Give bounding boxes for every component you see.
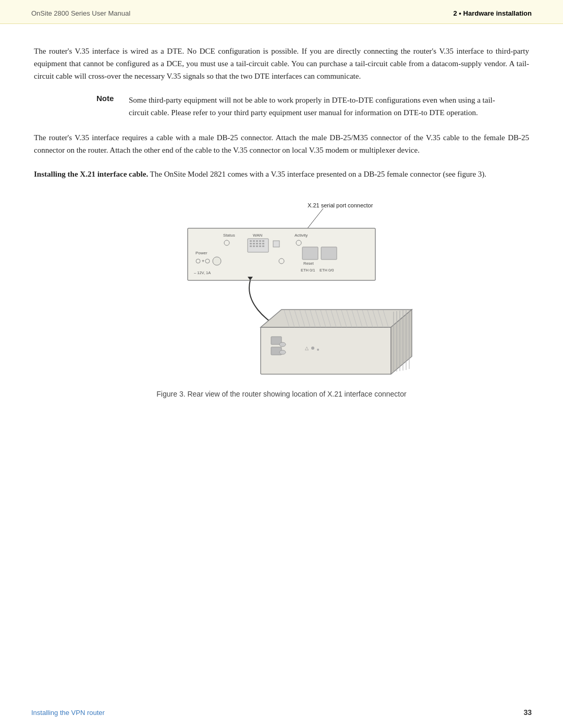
note-label: Note bbox=[96, 94, 123, 103]
svg-rect-9 bbox=[256, 240, 258, 242]
svg-text:Power: Power bbox=[195, 251, 207, 255]
footer-page-number: 33 bbox=[523, 708, 532, 717]
section-heading-text: The OnSite Model 2821 comes with a V.35 … bbox=[148, 170, 486, 178]
svg-rect-15 bbox=[259, 243, 261, 244]
header-chapter-title: 2 • Hardware installation bbox=[454, 9, 532, 17]
svg-text:ETH 0/0: ETH 0/0 bbox=[320, 268, 334, 273]
svg-rect-14 bbox=[256, 243, 258, 244]
svg-text:– 12V, 1A: – 12V, 1A bbox=[194, 270, 211, 275]
svg-rect-31 bbox=[302, 247, 318, 260]
note-block: Note Some third-party equipment will not… bbox=[96, 94, 498, 119]
header-manual-title: OnSite 2800 Series User Manual bbox=[31, 9, 130, 17]
svg-marker-39 bbox=[261, 310, 412, 327]
svg-point-70 bbox=[279, 350, 286, 354]
svg-text:△: △ bbox=[305, 346, 309, 351]
section-heading: Installing the X.21 interface cable. The… bbox=[34, 168, 529, 180]
svg-rect-19 bbox=[256, 245, 258, 247]
figure-diagram: X.21 serial port connector Status WAN bbox=[146, 196, 417, 384]
svg-rect-17 bbox=[250, 245, 252, 247]
svg-text:ETH 0/1: ETH 0/1 bbox=[301, 268, 315, 273]
svg-text:Activity: Activity bbox=[295, 233, 308, 238]
svg-text:WAN: WAN bbox=[253, 233, 263, 238]
svg-rect-22 bbox=[273, 241, 279, 247]
page-header: OnSite 2800 Series User Manual 2 • Hardw… bbox=[0, 0, 563, 24]
svg-rect-16 bbox=[262, 243, 264, 244]
svg-point-69 bbox=[279, 342, 286, 347]
svg-rect-32 bbox=[321, 247, 337, 260]
body-paragraph-1: The router's V.35 interface is wired as … bbox=[34, 45, 529, 82]
page-footer: Installing the VPN router 33 bbox=[0, 708, 563, 717]
figure-caption: Figure 3. Rear view of the router showin… bbox=[156, 390, 406, 398]
svg-rect-2 bbox=[188, 228, 375, 280]
svg-text:+: + bbox=[202, 258, 204, 264]
svg-rect-21 bbox=[262, 245, 264, 247]
page-content: The router's V.35 interface is wired as … bbox=[0, 24, 563, 429]
svg-point-72 bbox=[311, 347, 314, 350]
body-paragraph-2: The router's V.35 interface requires a c… bbox=[34, 131, 529, 156]
svg-rect-8 bbox=[253, 240, 255, 242]
svg-rect-18 bbox=[253, 245, 255, 247]
svg-rect-11 bbox=[262, 240, 264, 242]
section-heading-bold: Installing the X.21 interface cable. bbox=[34, 170, 148, 178]
svg-rect-12 bbox=[250, 243, 252, 244]
svg-line-1 bbox=[308, 208, 323, 228]
svg-point-29 bbox=[213, 257, 221, 265]
svg-text:X.21 serial port connector: X.21 serial port connector bbox=[308, 202, 373, 208]
svg-rect-13 bbox=[253, 243, 255, 244]
svg-rect-20 bbox=[259, 245, 261, 247]
footer-section-link[interactable]: Installing the VPN router bbox=[31, 709, 105, 717]
figure-container: X.21 serial port connector Status WAN bbox=[34, 196, 529, 398]
svg-text:Status: Status bbox=[223, 233, 235, 238]
svg-text:Reset: Reset bbox=[303, 261, 314, 266]
svg-rect-7 bbox=[250, 240, 252, 242]
svg-point-73 bbox=[317, 349, 319, 351]
svg-rect-10 bbox=[259, 240, 261, 242]
note-text: Some third-party equipment will not be a… bbox=[129, 94, 498, 119]
